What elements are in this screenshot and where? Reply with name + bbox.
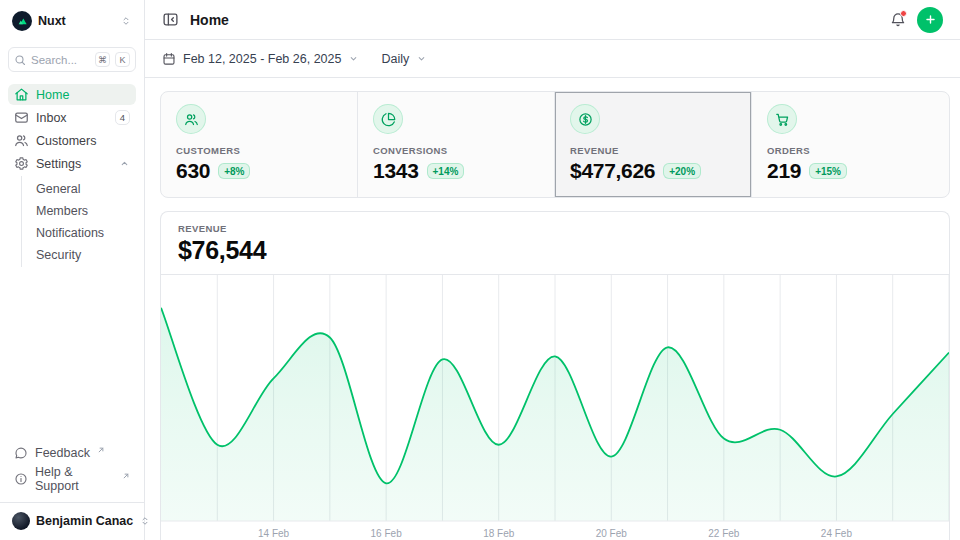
- help-support-link[interactable]: Help & Support: [8, 463, 136, 495]
- stat-card-conversions[interactable]: CONVERSIONS 1343 +14%: [358, 92, 555, 197]
- sidebar-item-home[interactable]: Home: [8, 84, 136, 105]
- sidebar-item-notifications[interactable]: Notifications: [22, 222, 136, 243]
- stat-delta-badge: +14%: [427, 163, 465, 179]
- date-range-picker[interactable]: Feb 12, 2025 - Feb 26, 2025: [162, 52, 359, 66]
- sidebar-top: Nuxt Search... ⌘ K Home: [8, 10, 136, 267]
- stat-delta-badge: +15%: [809, 163, 847, 179]
- users-icon: [14, 133, 29, 148]
- chevron-up-icon: [119, 158, 130, 169]
- chart-metric-value: $76,544: [178, 236, 932, 265]
- home-icon: [14, 87, 29, 102]
- calendar-icon: [162, 52, 176, 66]
- sidebar-nav: Home Inbox 4 Customers: [8, 84, 136, 267]
- svg-text:16 Feb: 16 Feb: [371, 528, 403, 539]
- sidebar-item-security[interactable]: Security: [22, 244, 136, 265]
- notification-dot: [900, 10, 907, 17]
- chart-header: REVENUE $76,544: [161, 212, 949, 275]
- pie-chart-icon: [373, 104, 403, 134]
- revenue-chart-card: REVENUE $76,544 14 Feb16 Feb18 Feb20 Feb…: [160, 211, 950, 540]
- stats-cards: CUSTOMERS 630 +8% CONVERSIONS 1343 +14%: [160, 91, 950, 198]
- top-header: Home: [145, 0, 960, 40]
- main-panel: Home Feb 12, 2025 - Feb 26, 2025: [145, 0, 960, 540]
- svg-text:14 Feb: 14 Feb: [258, 528, 290, 539]
- revenue-area-chart[interactable]: 14 Feb16 Feb18 Feb20 Feb22 Feb24 Feb: [161, 275, 949, 540]
- plus-icon: [924, 13, 937, 26]
- dollar-circle-icon: [570, 104, 600, 134]
- stat-label: CONVERSIONS: [373, 145, 539, 156]
- inbox-count-badge: 4: [115, 110, 130, 125]
- search-icon: [14, 54, 26, 66]
- sidebar-item-members[interactable]: Members: [22, 200, 136, 221]
- svg-text:22 Feb: 22 Feb: [708, 528, 740, 539]
- stat-value: 630: [176, 159, 210, 183]
- svg-text:20 Feb: 20 Feb: [596, 528, 628, 539]
- sidebar-item-general[interactable]: General: [22, 178, 136, 199]
- dashboard-content: CUSTOMERS 630 +8% CONVERSIONS 1343 +14%: [145, 78, 960, 540]
- sidebar-footer: Feedback Help & Support Benjamin Canac: [8, 442, 136, 532]
- svg-text:24 Feb: 24 Feb: [821, 528, 853, 539]
- stat-delta-badge: +20%: [663, 163, 701, 179]
- gear-icon: [14, 156, 29, 171]
- external-link-icon: [97, 446, 105, 454]
- app-window: Nuxt Search... ⌘ K Home: [0, 0, 960, 540]
- stat-label: CUSTOMERS: [176, 145, 342, 156]
- search-placeholder: Search...: [31, 54, 90, 66]
- cart-icon: [767, 104, 797, 134]
- message-bubble-icon: [14, 446, 28, 460]
- nuxt-logo-icon: [12, 11, 32, 31]
- granularity-select[interactable]: Daily: [381, 52, 427, 66]
- sidebar: Nuxt Search... ⌘ K Home: [0, 0, 145, 540]
- stat-label: REVENUE: [570, 145, 736, 156]
- workspace-switcher[interactable]: Nuxt: [8, 10, 136, 32]
- search-input[interactable]: Search... ⌘ K: [8, 47, 136, 72]
- settings-submenu: General Members Notifications Security: [21, 176, 136, 267]
- external-link-icon: [122, 472, 130, 480]
- page-title: Home: [190, 12, 229, 28]
- inbox-icon: [14, 110, 29, 125]
- kbd-cmd: ⌘: [95, 52, 110, 67]
- sidebar-item-settings[interactable]: Settings: [8, 153, 136, 174]
- stat-label: ORDERS: [767, 145, 934, 156]
- stat-value: 1343: [373, 159, 419, 183]
- sidebar-item-customers[interactable]: Customers: [8, 130, 136, 151]
- chevron-down-icon: [348, 53, 359, 64]
- avatar: [12, 512, 30, 530]
- stat-value: 219: [767, 159, 801, 183]
- stat-card-revenue[interactable]: REVENUE $477,626 +20%: [555, 92, 752, 197]
- stat-card-orders[interactable]: ORDERS 219 +15%: [752, 92, 949, 197]
- stat-value: $477,626: [570, 159, 655, 183]
- notifications-button[interactable]: [890, 12, 906, 28]
- collapse-sidebar-button[interactable]: [162, 11, 179, 28]
- chevron-down-icon: [416, 53, 427, 64]
- feedback-link[interactable]: Feedback: [8, 442, 136, 463]
- svg-text:18 Feb: 18 Feb: [483, 528, 515, 539]
- user-menu[interactable]: Benjamin Canac: [8, 503, 136, 532]
- filters-toolbar: Feb 12, 2025 - Feb 26, 2025 Daily: [145, 40, 960, 78]
- workspace-name: Nuxt: [38, 14, 114, 28]
- kbd-k: K: [115, 52, 130, 67]
- stat-card-customers[interactable]: CUSTOMERS 630 +8%: [161, 92, 358, 197]
- chart-metric-label: REVENUE: [178, 223, 932, 234]
- stat-delta-badge: +8%: [218, 163, 250, 179]
- users-icon: [176, 104, 206, 134]
- add-button[interactable]: [917, 7, 943, 33]
- info-circle-icon: [14, 472, 28, 486]
- chevrons-up-down-icon: [120, 15, 132, 27]
- sidebar-item-inbox[interactable]: Inbox 4: [8, 107, 136, 128]
